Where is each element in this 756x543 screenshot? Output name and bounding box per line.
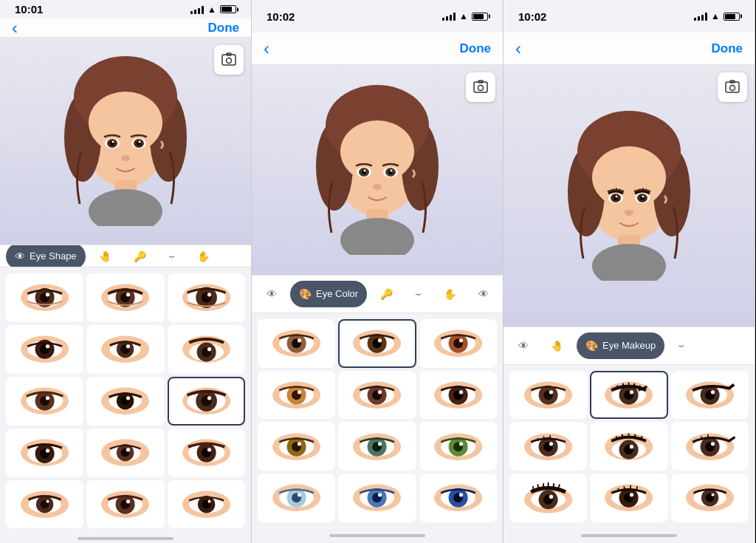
svg-point-64 [207, 396, 211, 400]
eye-color-icon: 🎨 [299, 288, 312, 300]
color-cell-2-3[interactable] [419, 319, 497, 368]
color-cell-2-11[interactable] [338, 474, 416, 522]
eye2-icon: 👁 [478, 288, 489, 300]
color-cell-2-2[interactable] [338, 319, 416, 368]
avatar-svg-2 [303, 85, 451, 255]
eye-cell-5-1[interactable] [6, 480, 83, 529]
eye-cell-3-2[interactable] [86, 377, 164, 426]
makeup-cell-3-6[interactable] [671, 422, 749, 471]
eye-cell-4-3[interactable] [168, 428, 245, 477]
key-icon-2: 🔑 [380, 288, 393, 300]
back-button-2[interactable] [264, 40, 269, 58]
tab-eye-2[interactable]: 👁 [470, 281, 498, 307]
eye-cell-3-3[interactable] [168, 377, 245, 426]
svg-point-108 [391, 169, 393, 171]
eye-shape-icon: 👁 [15, 250, 25, 262]
svg-point-191 [592, 244, 666, 281]
svg-point-34 [207, 293, 211, 297]
done-button-2[interactable]: Done [460, 41, 492, 56]
tab-eyebrow-1[interactable]: 🤚 [90, 245, 120, 267]
color-cell-2-6[interactable] [419, 371, 497, 420]
svg-point-5 [89, 92, 162, 154]
phone-panel-1: 10:01 ▲ Done [0, 0, 252, 543]
eye-cell-4-1[interactable] [6, 428, 83, 477]
svg-line-249 [553, 484, 554, 489]
status-icons-1: ▲ [190, 4, 236, 15]
done-button-1[interactable]: Done [208, 21, 240, 35]
wifi-icon-2: ▲ [459, 11, 468, 21]
color-cell-2-4[interactable] [258, 371, 335, 420]
tab-eye-shape-2[interactable]: 👁 [258, 281, 286, 307]
svg-line-245 [533, 486, 534, 491]
makeup-cell-3-8[interactable] [590, 474, 667, 522]
color-cell-2-7[interactable] [258, 422, 335, 471]
color-cell-2-5[interactable] [338, 371, 416, 420]
svg-point-44 [126, 345, 130, 349]
tab-eye-makeup[interactable]: 🎨 Eye Makeup [577, 332, 664, 359]
makeup-cell-3-1[interactable] [509, 371, 587, 420]
eye-cell-1-2[interactable] [86, 273, 164, 322]
svg-point-184 [616, 195, 618, 197]
eyebrow-icon-1: 🤚 [99, 250, 111, 262]
tab-extra-3[interactable]: ⌣ [669, 332, 693, 359]
makeup-cell-3-4[interactable] [509, 422, 587, 471]
svg-point-59 [126, 396, 130, 400]
tab-key-2[interactable]: 🔑 [371, 281, 402, 307]
back-button-1[interactable] [12, 19, 18, 37]
svg-point-119 [298, 338, 301, 342]
svg-point-111 [340, 218, 414, 255]
back-button-3[interactable] [515, 40, 521, 58]
tab-hand-1[interactable]: ✋ [188, 245, 219, 267]
tab-eye-color[interactable]: 🎨 Eye Color [290, 281, 367, 307]
color-cell-2-10[interactable] [258, 474, 335, 522]
makeup-cell-3-2[interactable] [590, 371, 667, 420]
home-indicator-2 [252, 528, 503, 543]
tab-key-1[interactable]: 🔑 [125, 245, 155, 267]
done-button-3[interactable]: Done [712, 41, 743, 56]
tab-eye-makeup-label: Eye Makeup [602, 340, 656, 351]
nav-bar-2: Done [252, 33, 503, 65]
eye-cell-1-3[interactable] [168, 273, 245, 322]
eye-cell-3-1[interactable] [6, 377, 83, 426]
photo-button-2[interactable] [466, 72, 495, 102]
eye-cell-1-1[interactable] [6, 273, 83, 322]
svg-point-14 [121, 155, 130, 161]
tab-eyebrow-3[interactable]: 🤚 [542, 332, 572, 359]
eye-grid-area-3 [504, 365, 755, 528]
svg-point-188 [642, 195, 645, 197]
color-cell-2-9[interactable] [419, 422, 497, 471]
eye-cell-2-2[interactable] [86, 325, 164, 374]
tab-arc-1[interactable]: ⌣ [159, 245, 184, 267]
arc-icon-1: ⌣ [168, 250, 175, 262]
photo-button-1[interactable] [214, 45, 244, 75]
signal-icon-1 [190, 5, 204, 14]
svg-point-89 [126, 499, 130, 503]
makeup-cell-3-9[interactable] [671, 474, 749, 522]
color-cell-2-8[interactable] [338, 422, 416, 471]
tab-eye-shape-3[interactable]: 👁 [509, 332, 537, 359]
eye-cell-4-2[interactable] [86, 428, 164, 477]
status-time-3: 10:02 [518, 10, 546, 23]
photo-button-3[interactable] [718, 72, 747, 102]
eye-cell-5-2[interactable] [86, 480, 164, 529]
tab-eye-shape[interactable]: 👁 Eye Shape [6, 245, 86, 267]
signal-icon-3 [694, 12, 707, 21]
svg-point-264 [711, 494, 714, 496]
tab-hand-2[interactable]: ✋ [435, 281, 465, 307]
tab-arc-2[interactable]: ⌣ [406, 281, 430, 307]
svg-point-159 [459, 442, 463, 445]
svg-point-204 [630, 390, 633, 394]
eye-cell-5-3[interactable] [168, 480, 245, 529]
eye-cell-2-1[interactable] [6, 325, 83, 374]
color-cell-2-1[interactable] [258, 319, 335, 368]
svg-point-129 [459, 338, 463, 342]
svg-point-154 [378, 442, 382, 445]
makeup-cell-3-3[interactable] [671, 371, 749, 420]
color-cell-2-12[interactable] [419, 474, 497, 522]
eye-cell-2-3[interactable] [168, 325, 245, 374]
makeup-cell-3-5[interactable] [590, 422, 667, 471]
svg-point-189 [625, 210, 633, 216]
avatar-canvas-3 [504, 65, 755, 327]
makeup-cell-3-7[interactable] [509, 474, 587, 522]
svg-line-246 [537, 485, 538, 490]
